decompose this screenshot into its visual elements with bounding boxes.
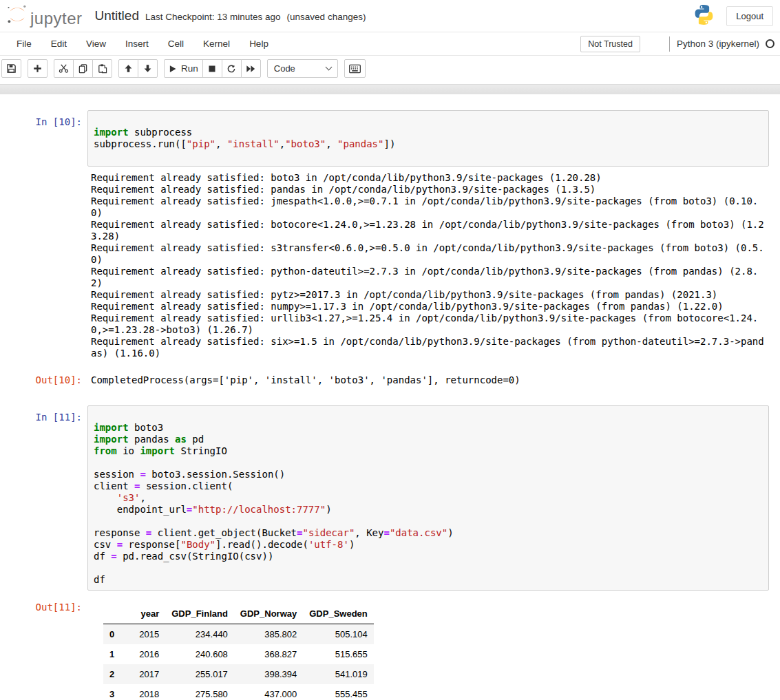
menu-edit[interactable]: Edit — [41, 33, 76, 54]
paste-button[interactable] — [92, 59, 112, 78]
save-icon — [6, 63, 17, 74]
kernel-separator — [669, 36, 670, 52]
paste-icon — [97, 63, 107, 74]
notebook-header: jupyter Untitled Last Checkpoint: 13 min… — [0, 0, 780, 32]
column-header: GDP_Finland — [165, 604, 234, 624]
toolbar: Run Code — [0, 56, 780, 84]
restart-icon — [226, 64, 236, 74]
output-prompt: Out[11]: — [0, 600, 82, 613]
table-row: 12016240.608368.827515.655 — [103, 644, 374, 664]
menu-kernel[interactable]: Kernel — [193, 33, 240, 54]
stop-button[interactable] — [202, 59, 222, 78]
result-output-row-2: Out[11]: yearGDP_FinlandGDP_NorwayGDP_Sw… — [0, 600, 769, 700]
command-palette-button[interactable] — [344, 59, 366, 78]
input-prompt: In [11]: — [0, 405, 82, 423]
output-prompt: Out[10]: — [0, 371, 82, 386]
code-content-2: import boto3 import pandas as pd from io… — [94, 410, 763, 586]
table-row: 32018275.580437.000555.455 — [103, 684, 374, 700]
cut-button[interactable] — [54, 59, 74, 78]
save-button[interactable] — [1, 59, 21, 78]
menu-cell[interactable]: Cell — [158, 33, 193, 54]
stream-output-1: Requirement already satisfied: boto3 in … — [91, 172, 766, 359]
move-up-button[interactable] — [118, 59, 138, 78]
not-trusted-badge[interactable]: Not Trusted — [580, 36, 640, 52]
notebook-title[interactable]: Untitled — [95, 8, 139, 23]
logout-button[interactable]: Logout — [726, 6, 773, 26]
move-up-icon — [124, 64, 133, 73]
menu-insert[interactable]: Insert — [116, 33, 158, 54]
notebook-area: In [10]: import subprocess subprocess.ru… — [0, 94, 780, 700]
code-cell-1: In [10]: import subprocess subprocess.ru… — [0, 110, 769, 167]
menu-file[interactable]: File — [7, 33, 41, 54]
result-output-row-1: Out[10]: CompletedProcess(args=['pip', '… — [0, 371, 769, 389]
table-row: 02015234.440385.802505.104 — [103, 624, 374, 645]
add-cell-button[interactable] — [28, 59, 48, 78]
cell-type-dropdown[interactable]: Code — [267, 59, 338, 78]
kernel-idle-icon — [766, 39, 774, 48]
jupyter-logo-text: jupyter — [30, 10, 83, 29]
chevron-down-icon — [325, 64, 332, 71]
move-down-button[interactable] — [138, 59, 158, 78]
menu-view[interactable]: View — [76, 33, 116, 54]
run-button[interactable]: Run — [164, 59, 203, 78]
column-header: GDP_Sweden — [303, 604, 374, 624]
code-cell-2: In [11]: import boto3 import pandas as p… — [0, 405, 769, 591]
code-editor-2[interactable]: import boto3 import pandas as pd from io… — [87, 405, 769, 591]
restart-run-all-icon — [246, 64, 255, 74]
unsaved-changes-label: (unsaved changes) — [287, 12, 366, 22]
move-down-icon — [143, 64, 152, 73]
run-icon — [169, 65, 177, 73]
code-content-1: import subprocess subprocess.run(["pip",… — [94, 115, 763, 162]
result-output-1: CompletedProcess(args=['pip', 'install',… — [91, 374, 769, 386]
run-button-label: Run — [181, 63, 198, 74]
cell-type-value: Code — [274, 63, 295, 74]
python-logo-icon — [693, 3, 715, 29]
stop-icon — [208, 65, 216, 73]
copy-button[interactable] — [73, 59, 93, 78]
restart-run-all-button[interactable] — [241, 59, 261, 78]
stream-output-row-1: Requirement already satisfied: boto3 in … — [0, 167, 769, 362]
checkpoint-status: Last Checkpoint: 13 minutes ago — [145, 12, 281, 22]
table-row: 22017255.017398.394541.019 — [103, 664, 374, 684]
input-prompt: In [10]: — [0, 110, 82, 128]
jupyter-logo-icon — [6, 3, 29, 29]
column-header: GDP_Norway — [234, 604, 303, 624]
jupyter-logo[interactable]: jupyter — [6, 3, 83, 29]
kernel-name-label: Python 3 (ipykernel) — [677, 39, 759, 49]
copy-icon — [78, 63, 88, 74]
menu-bar: File Edit View Insert Cell Kernel Help N… — [0, 32, 780, 56]
dataframe-table: yearGDP_FinlandGDP_NorwayGDP_Sweden02015… — [103, 604, 374, 700]
cut-icon — [59, 63, 69, 74]
header-divider — [0, 84, 780, 94]
add-cell-icon — [33, 64, 42, 73]
menu-help[interactable]: Help — [240, 33, 278, 54]
restart-kernel-button[interactable] — [222, 59, 242, 78]
column-header: year — [118, 604, 165, 624]
command-palette-icon — [349, 64, 361, 74]
code-editor-1[interactable]: import subprocess subprocess.run(["pip",… — [87, 110, 769, 167]
